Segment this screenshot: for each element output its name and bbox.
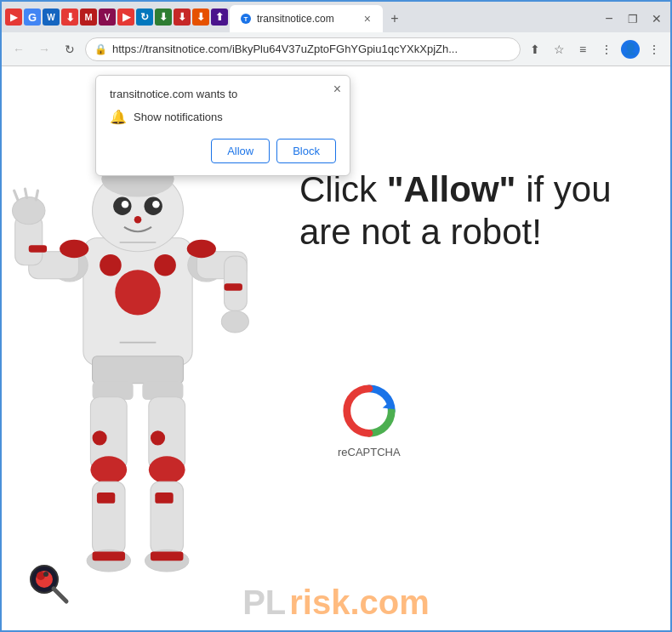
tab-favicon: T [240, 13, 252, 25]
ext-icon-11[interactable]: ⬇ [192, 9, 209, 26]
main-content: Click "Allow" if you are not a robot! [299, 168, 653, 254]
ext-icon-10[interactable]: ⬇ [174, 9, 191, 26]
share-icon[interactable]: ⬆ [526, 40, 544, 59]
svg-point-4 [100, 254, 122, 276]
svg-point-25 [60, 240, 88, 258]
block-button[interactable]: Block [276, 139, 336, 163]
svg-point-17 [12, 197, 44, 225]
browser-window: ▶ G W ⬇ M V ▶ ↻ ⬇ ⬇ ⬇ ⬆ T transitnotice.… [0, 0, 672, 632]
recaptcha-logo-svg [339, 381, 399, 441]
popup-buttons: Allow Block [110, 139, 336, 163]
profile-icon[interactable]: 👤 [621, 40, 640, 59]
close-button[interactable]: ✕ [646, 9, 667, 29]
ext-icon-4[interactable]: ⬇ [61, 9, 78, 26]
svg-point-35 [149, 456, 185, 483]
extension-icons: ▶ G W ⬇ M V ▶ ↻ ⬇ ⬇ ⬇ ⬆ [5, 9, 228, 29]
url-text: https://transitnotice.com/iBkyPlu64V37uZ… [112, 43, 511, 55]
svg-rect-45 [97, 493, 115, 504]
forward-button[interactable]: → [34, 39, 54, 60]
page-content: Click "Allow" if you are not a robot! re… [2, 66, 670, 630]
svg-point-30 [90, 456, 127, 483]
svg-point-11 [122, 201, 129, 208]
ext-icon-6[interactable]: V [99, 9, 116, 26]
back-button[interactable]: ← [9, 39, 29, 60]
svg-rect-41 [29, 245, 47, 253]
svg-point-24 [221, 310, 248, 333]
allow-button[interactable]: Allow [211, 139, 270, 163]
tab-bar-right: − ❐ ✕ [592, 9, 667, 32]
svg-line-52 [54, 589, 66, 601]
bookmark-icon[interactable]: ☆ [550, 40, 568, 59]
browser-menu-icon[interactable]: ⋮ [597, 40, 616, 59]
tab-bar-left: ▶ G W ⬇ M V ▶ ↻ ⬇ ⬇ ⬇ ⬆ T transitnotice.… [5, 5, 592, 32]
svg-rect-38 [151, 552, 183, 561]
svg-point-43 [93, 430, 107, 445]
new-tab-button[interactable]: + [384, 9, 405, 29]
main-text: Click "Allow" if you are not a robot! [299, 168, 653, 254]
recaptcha-area: reCAPTCHA [338, 381, 401, 458]
svg-point-13 [134, 216, 142, 224]
svg-point-3 [115, 270, 160, 315]
active-tab[interactable]: T transitnotice.com × [230, 5, 383, 32]
bell-icon: 🔔 [110, 109, 127, 125]
svg-rect-33 [93, 552, 125, 561]
svg-point-12 [152, 201, 160, 208]
ext-icon-9[interactable]: ⬇ [155, 9, 172, 26]
svg-rect-6 [93, 356, 184, 384]
address-bar: ← → ↻ 🔒 https://transitnotice.com/iBkyPl… [2, 32, 670, 66]
svg-point-51 [43, 572, 48, 577]
extensions-icon[interactable]: ⋮ [645, 40, 663, 59]
lock-icon: 🔒 [94, 43, 107, 55]
popup-notification-row: 🔔 Show notifications [110, 109, 336, 125]
url-bar[interactable]: 🔒 https://transitnotice.com/iBkyPlu64V37… [85, 37, 521, 61]
ext-icon-5[interactable]: M [80, 9, 97, 26]
svg-point-5 [154, 254, 176, 276]
ext-icon-12[interactable]: ⬆ [211, 9, 228, 26]
tab-close-button[interactable]: × [362, 12, 373, 26]
window-controls: − ❐ ✕ [592, 9, 667, 29]
svg-rect-46 [155, 493, 173, 504]
ext-icon-7[interactable]: ▶ [117, 9, 134, 26]
svg-line-20 [36, 191, 37, 200]
reload-button[interactable]: ↻ [60, 39, 80, 60]
ext-icon-1[interactable]: ▶ [5, 9, 22, 26]
recaptcha-label: reCAPTCHA [338, 446, 401, 458]
tab-title: transitnotice.com [257, 13, 334, 25]
svg-point-26 [187, 240, 216, 258]
popup-notification-text: Show notifications [134, 111, 223, 123]
minimize-button[interactable]: − [599, 9, 619, 29]
main-text-bold: "Allow" [387, 169, 516, 209]
watermark-text: risk.com [289, 584, 430, 622]
popup-close-button[interactable]: × [333, 83, 341, 96]
notification-popup: × transitnotice.com wants to 🔔 Show noti… [95, 75, 350, 176]
svg-rect-42 [225, 283, 242, 291]
ext-icon-2[interactable]: G [24, 9, 41, 26]
tab-search-icon[interactable]: ≡ [573, 40, 592, 59]
ext-icon-8[interactable]: ↻ [136, 9, 153, 26]
magnifier-icon [27, 562, 70, 605]
popup-title: transitnotice.com wants to [110, 88, 336, 100]
svg-point-44 [151, 430, 165, 445]
svg-text:T: T [244, 15, 248, 23]
restore-button[interactable]: ❐ [623, 9, 643, 29]
watermark-magnifier-area [27, 562, 70, 605]
tab-bar: ▶ G W ⬇ M V ▶ ↻ ⬇ ⬇ ⬇ ⬆ T transitnotice.… [2, 2, 670, 32]
address-bar-right: ⬆ ☆ ≡ ⋮ 👤 ⋮ [526, 40, 663, 59]
ext-icon-3[interactable]: W [43, 9, 60, 26]
svg-line-18 [14, 191, 18, 200]
svg-line-19 [25, 189, 26, 198]
